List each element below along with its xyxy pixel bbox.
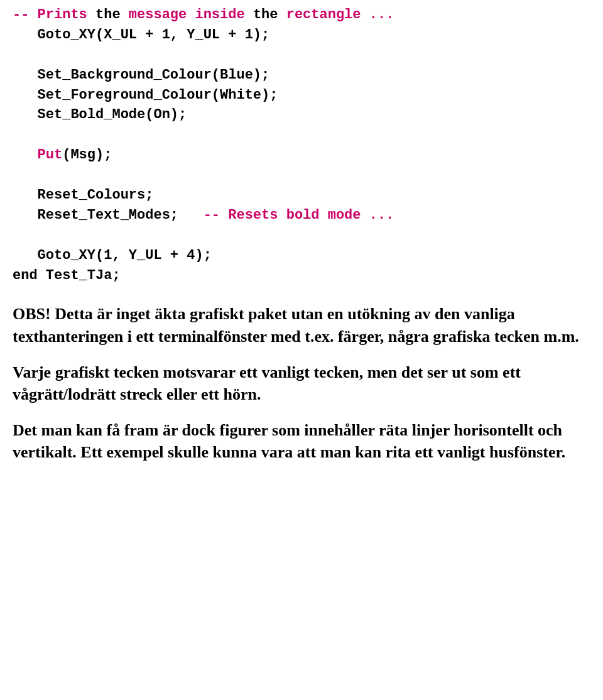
paragraph2: Varje grafiskt tecken motsvarar ett vanl… bbox=[13, 361, 590, 405]
code-line-1: -- Prints the message inside the rectang… bbox=[13, 5, 590, 25]
code-line-2: Goto_XY(X_UL + 1, Y_UL + 1); bbox=[13, 25, 590, 45]
code-line-put: Put(Msg); bbox=[13, 145, 590, 165]
code-line-blank-3 bbox=[13, 165, 590, 185]
paragraph3: Det man kan få fram är dock figurer som … bbox=[13, 419, 590, 463]
code-line-blank-1 bbox=[13, 45, 590, 65]
code-line-end: end Test_TJa; bbox=[13, 266, 590, 286]
paragraph1-text: Detta är inget äkta grafiskt paket utan … bbox=[13, 305, 579, 345]
obs-label: OBS! bbox=[13, 305, 51, 323]
code-line-goto: Goto_XY(1, Y_UL + 4); bbox=[13, 246, 590, 266]
code-line-blank-4 bbox=[13, 226, 590, 246]
code-line-4: Set_Background_Colour(Blue); bbox=[13, 65, 590, 85]
code-line-6: Set_Bold_Mode(On); bbox=[13, 105, 590, 125]
code-line-5: Set_Foreground_Colour(White); bbox=[13, 85, 590, 106]
code-line-blank-2 bbox=[13, 125, 590, 145]
obs-paragraph: OBS! Detta är inget äkta grafiskt paket … bbox=[13, 303, 590, 347]
code-line-reset-colours: Reset_Colours; bbox=[13, 185, 590, 205]
prose-section: OBS! Detta är inget äkta grafiskt paket … bbox=[13, 303, 590, 463]
code-line-reset-text: Reset_Text_Modes; -- Resets bold mode ..… bbox=[13, 205, 590, 226]
comment-text: -- Prints bbox=[13, 7, 95, 23]
code-block: -- Prints the message inside the rectang… bbox=[13, 5, 590, 285]
